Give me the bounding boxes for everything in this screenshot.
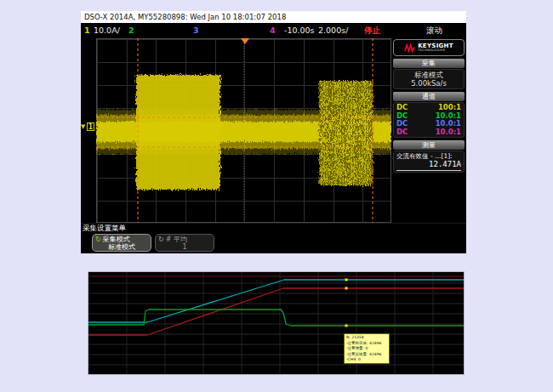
channel-2-indicator: 2 [128, 23, 134, 38]
run-state-badge: 停止 [364, 23, 380, 38]
page-canvas: DSO-X 2014A, MY55280898: Wed Jan 10 18:0… [0, 0, 553, 392]
softkey-menu: 采集设置菜单 ↻ 采集模式 标准模式 ↻ # 平均 1 [81, 223, 466, 253]
average-count-softkey-button[interactable]: ↻ # 平均 1 [155, 234, 214, 252]
brand-subtitle: TECHNOLOGIES [418, 49, 453, 53]
acquire-section: 标准模式 5.00kSa/s [393, 69, 465, 89]
keysight-spark-icon [404, 43, 415, 53]
channel-row-4: DC 10.0:1 [396, 128, 461, 137]
ch4-probe: 10.0:1 [436, 128, 461, 137]
channel-4-indicator: 4 [270, 23, 276, 38]
acq-indicator: 滚动 [426, 23, 442, 38]
waveform-display: ▼ 1 [81, 38, 391, 223]
measurement-label: 交流有效值 - …[1]: [396, 152, 461, 160]
timebase-readout: 2.000s/ [318, 23, 348, 38]
measure-section: 交流有效值 - …[1]: 12.471A [393, 151, 465, 173]
channel-3-indicator: 3 [193, 23, 199, 38]
channels-section: DC 100:1 DC 10.0:1 DC 10.0:1 DC 10.0:1 [393, 102, 465, 138]
average-softkey-label: # 平均 [166, 236, 187, 243]
channel-1-indicator: 1 [84, 23, 90, 38]
channel-1-scale: 10.0A/ [94, 23, 120, 38]
sample-rate: 5.00kSa/s [396, 79, 461, 88]
scope-status-bar: 1 10.0A/ 2 3 4 -10.00s 2.000s/ 停止 滚动 [81, 23, 466, 38]
measurement-value: 12.471A [396, 160, 461, 171]
scope-waveform-svg [96, 38, 391, 223]
channels-section-header: 通道 [393, 92, 465, 101]
ch4-coupling: DC [396, 128, 408, 137]
scope-side-panel: KEYSIGHT TECHNOLOGIES 采集 标准模式 5.00kSa/s … [391, 38, 466, 223]
acq-mode-softkey-label: 采集模式 [103, 236, 130, 243]
rotary-knob-icon: ↻ [95, 236, 101, 243]
channel-1-ground-marker: ▼ 1 [81, 122, 96, 134]
plc-trace-chart: N: 21354-位置给定值: 42496-位置增量: 0-位置反馈量: 424… [88, 271, 465, 375]
keysight-logo: KEYSIGHT TECHNOLOGIES [393, 39, 465, 56]
acquire-section-header: 采集 [393, 59, 465, 68]
acq-mode-softkey-button[interactable]: ↻ 采集模式 标准模式 [92, 234, 151, 252]
oscilloscope-screenshot: DSO-X 2014A, MY55280898: Wed Jan 10 18:0… [81, 11, 466, 253]
plc-chart-svg [88, 272, 464, 374]
acq-mode-softkey-value: 标准模式 [95, 243, 148, 251]
delay-readout: -10.00s [284, 23, 315, 38]
channel-1-marker-label: 1 [87, 122, 94, 131]
scope-title-bar: DSO-X 2014A, MY55280898: Wed Jan 10 18:0… [81, 11, 466, 23]
softkey-menu-title: 采集设置菜单 [83, 224, 466, 233]
measure-section-header: 测量 [393, 140, 465, 150]
acquire-mode: 标准模式 [396, 71, 461, 79]
scope-main-area: ▼ 1 KEYSIGHT TECHNOLOGIES 采集 标准模式 [81, 38, 466, 223]
ground-arrow-icon: ▼ [81, 123, 85, 130]
average-softkey-value: 1 [158, 243, 211, 251]
rotary-knob-icon: ↻ [158, 236, 164, 243]
chart-tooltip: N: 21354-位置给定值: 42496-位置增量: 0-位置反馈量: 424… [344, 333, 390, 364]
